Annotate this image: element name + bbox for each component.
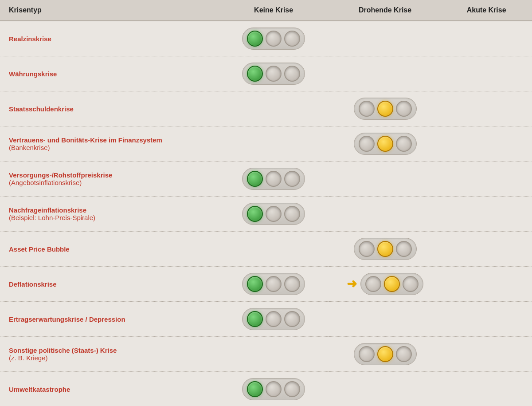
drohende-krise-cell: ➜ <box>329 267 441 302</box>
keine-krise-cell <box>218 372 329 406</box>
drohende-krise-cell <box>329 162 441 197</box>
main-container: Krisentyp Keine Krise Drohende Krise Aku… <box>0 0 532 406</box>
akute-krise-cell <box>441 337 532 372</box>
traffic-light-off <box>266 276 282 292</box>
arrow-transition: ➜ <box>338 273 432 295</box>
table-row: Vertrauens- und Bonitäts-Krise im Finanz… <box>0 126 532 162</box>
akute-krise-cell <box>441 232 532 267</box>
traffic-light-off <box>403 276 419 292</box>
traffic-light-off <box>284 206 300 222</box>
traffic-light-off <box>359 346 375 362</box>
traffic-light-off <box>266 31 282 47</box>
light-group <box>242 378 305 400</box>
akute-krise-cell <box>441 126 532 162</box>
traffic-light-yellow <box>384 276 400 292</box>
table-row: Sonstige politische (Staats-) Krise(z. B… <box>0 337 532 372</box>
table-row: Asset Price Bubble <box>0 232 532 267</box>
drohende-krise-cell <box>329 91 441 126</box>
traffic-light-off <box>396 346 412 362</box>
light-group <box>354 343 417 365</box>
col-drohende-krise: Drohende Krise <box>329 0 441 21</box>
traffic-light-off <box>284 276 300 292</box>
traffic-light-off <box>266 311 282 327</box>
akute-krise-cell <box>441 372 532 406</box>
light-group <box>242 63 305 85</box>
traffic-light-off <box>266 66 282 82</box>
table-row: Ertragserwartungskrise / Depression <box>0 302 532 337</box>
drohende-krise-cell <box>329 56 441 91</box>
traffic-light-green <box>247 31 263 47</box>
traffic-light-off <box>266 171 282 187</box>
light-group <box>242 203 305 225</box>
crisis-name-cell: Realzinskrise <box>0 21 218 56</box>
table-header-row: Krisentyp Keine Krise Drohende Krise Aku… <box>0 0 532 21</box>
crisis-name: Versorgungs-/Rohstoffpreiskrise <box>9 171 112 179</box>
crisis-name-cell: Deflationskrise <box>0 267 218 302</box>
traffic-light-yellow <box>377 346 393 362</box>
keine-krise-cell <box>218 197 329 232</box>
table-row: Umweltkatastrophe <box>0 372 532 406</box>
crisis-name: Asset Price Bubble <box>9 245 70 253</box>
drohende-krise-cell <box>329 126 441 162</box>
traffic-light-off <box>266 206 282 222</box>
col-krisentyp: Krisentyp <box>0 0 218 21</box>
light-group <box>242 28 305 50</box>
keine-krise-cell <box>218 21 329 56</box>
traffic-light-off <box>266 381 282 397</box>
keine-krise-cell <box>218 91 329 126</box>
traffic-light-green <box>247 276 263 292</box>
crisis-name: Deflationskrise <box>9 280 57 288</box>
crisis-name-cell: Versorgungs-/Rohstoffpreiskrise(Angebots… <box>0 162 218 197</box>
light-group <box>360 273 423 295</box>
col-keine-krise: Keine Krise <box>218 0 329 21</box>
table-row: Staatsschuldenkrise <box>0 91 532 126</box>
crisis-name-cell: Währungskrise <box>0 56 218 91</box>
drohende-krise-cell <box>329 337 441 372</box>
akute-krise-cell <box>441 162 532 197</box>
traffic-light-yellow <box>377 101 393 117</box>
crisis-name: Staatsschuldenkrise <box>9 105 74 113</box>
keine-krise-cell <box>218 56 329 91</box>
traffic-light-off <box>396 241 412 257</box>
akute-krise-cell <box>441 21 532 56</box>
crisis-name-cell: Nachfrageinflationskrise(Beispiel: Lohn-… <box>0 197 218 232</box>
traffic-light-green <box>247 171 263 187</box>
crisis-name-cell: Staatsschuldenkrise <box>0 91 218 126</box>
crisis-name: Ertragserwartungskrise / Depression <box>9 315 125 323</box>
traffic-light-off <box>359 136 375 152</box>
traffic-light-off <box>284 381 300 397</box>
light-group <box>354 238 417 260</box>
crisis-name: Realzinskrise <box>9 35 51 43</box>
traffic-light-off <box>284 171 300 187</box>
traffic-light-off <box>396 136 412 152</box>
table-row: Versorgungs-/Rohstoffpreiskrise(Angebots… <box>0 162 532 197</box>
keine-krise-cell <box>218 302 329 337</box>
traffic-light-green <box>247 381 263 397</box>
traffic-light-yellow <box>377 136 393 152</box>
crisis-name: Währungskrise <box>9 70 57 78</box>
drohende-krise-cell <box>329 302 441 337</box>
keine-krise-cell <box>218 126 329 162</box>
crisis-table: Krisentyp Keine Krise Drohende Krise Aku… <box>0 0 532 406</box>
akute-krise-cell <box>441 91 532 126</box>
traffic-light-off <box>365 276 381 292</box>
crisis-name-cell: Sonstige politische (Staats-) Krise(z. B… <box>0 337 218 372</box>
akute-krise-cell <box>441 267 532 302</box>
table-row: Realzinskrise <box>0 21 532 56</box>
drohende-krise-cell <box>329 232 441 267</box>
crisis-name: Nachfrageinflationskrise <box>9 206 86 214</box>
traffic-light-green <box>247 66 263 82</box>
crisis-name: Umweltkatastrophe <box>9 386 70 393</box>
crisis-name: Sonstige politische (Staats-) Krise <box>9 347 117 354</box>
traffic-light-green <box>247 311 263 327</box>
crisis-sub: (z. B. Kriege) <box>9 354 48 362</box>
light-group <box>354 98 417 120</box>
keine-krise-cell <box>218 232 329 267</box>
akute-krise-cell <box>441 302 532 337</box>
crisis-name-cell: Ertragserwartungskrise / Depression <box>0 302 218 337</box>
traffic-light-off <box>359 241 375 257</box>
drohende-krise-cell <box>329 372 441 406</box>
light-group <box>354 133 417 155</box>
table-row: Währungskrise <box>0 56 532 91</box>
traffic-light-off <box>396 101 412 117</box>
